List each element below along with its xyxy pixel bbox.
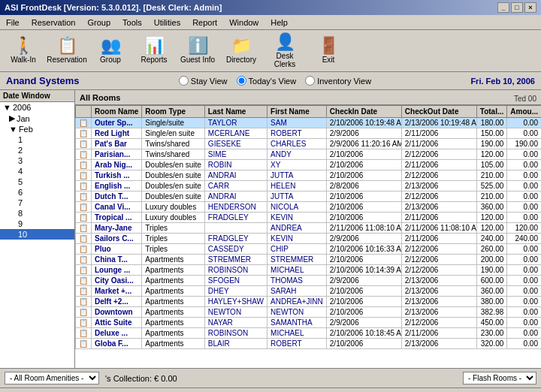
table-row[interactable]: 📋Lounge ...ApartmentsROBINSONMICHAEL2/10… (76, 265, 542, 276)
cell-total: 190.00 (476, 265, 506, 276)
day9-label: 9 (18, 219, 23, 228)
cell-amount: 0.00 (507, 118, 541, 128)
cell-checkout: 2/13/2006 (401, 339, 476, 349)
app-company-title: Anand Systems (6, 75, 80, 86)
table-row[interactable]: 📋China T...ApartmentsSTREMMERSTREMMER2/1… (76, 255, 542, 265)
today-view-option[interactable]: Today's View (237, 76, 297, 86)
exit-button[interactable]: 🚪 Exit (308, 33, 349, 69)
guestinfo-button[interactable]: ℹ️ Guest Info (177, 33, 218, 69)
menu-file[interactable]: File (3, 17, 23, 28)
cell-total: 210.00 (476, 170, 506, 181)
cell-checkout: 2/12/2006 (401, 255, 476, 265)
table-row[interactable]: 📋Delft +2...ApartmentsHAYLEY+SHAWANDREA+… (76, 297, 542, 307)
menu-bar: File Reservation Group Tools Utilities R… (0, 15, 541, 30)
col-header-firstname[interactable]: First Name (267, 106, 327, 118)
row-icon-cell: 📋 (76, 181, 92, 191)
tree-day-7[interactable]: 7 (0, 198, 74, 208)
tree-day-10[interactable]: 10 (0, 229, 74, 240)
stay-view-radio[interactable] (179, 76, 189, 86)
col-header-amount[interactable]: Amou... (507, 106, 541, 118)
tree-day-1[interactable]: 1 (0, 134, 74, 145)
cell-checkin: 2/10/2006 (326, 255, 401, 265)
day4-label: 4 (18, 167, 23, 176)
stay-view-option[interactable]: Stay View (179, 76, 228, 86)
table-row[interactable]: 📋PluoTriplesCASSEDYCHIP2/10/2006 10:16:3… (76, 244, 542, 255)
minimize-button[interactable]: _ (497, 2, 509, 13)
menu-group[interactable]: Group (84, 17, 113, 28)
menu-report[interactable]: Report (189, 17, 220, 28)
col-header-total[interactable]: Total... (476, 106, 506, 118)
cell-room: Canal Vi... (92, 202, 142, 213)
table-row[interactable]: 📋Outer Sp...Single/suiteTAYLORSAM2/10/20… (76, 118, 542, 128)
menu-window[interactable]: Window (226, 17, 261, 28)
cell-room: Turkish ... (92, 170, 142, 181)
cell-firstname: NICOLA (267, 202, 327, 213)
col-header-roomname[interactable]: Room Name (92, 106, 142, 118)
col-header-roomtype[interactable]: Room Type (142, 106, 205, 118)
col-header-checkout[interactable]: CheckOut Date (401, 106, 476, 118)
inventory-view-option[interactable]: Inventory View (305, 76, 371, 86)
maximize-button[interactable]: □ (511, 2, 523, 13)
tree-month-jan[interactable]: ▶ Jan (0, 113, 74, 124)
reservation-button[interactable]: 📋 Reservation (47, 33, 87, 69)
cell-firstname: STREMMER (267, 255, 327, 265)
tree-day-6[interactable]: 6 (0, 187, 74, 198)
table-row[interactable]: 📋City Oasi...ApartmentsSFOGENTHOMAS2/9/2… (76, 276, 542, 286)
table-row[interactable]: 📋Mary-JaneTriplesANDREA2/11/2006 11:08:1… (76, 223, 542, 234)
close-button[interactable]: × (524, 2, 536, 13)
table-row[interactable]: 📋Parisian...Twins/sharedSIMEANDY2/10/200… (76, 149, 542, 160)
tree-month-feb[interactable]: ▼ Feb (0, 124, 74, 134)
tree-year-2006[interactable]: ▼ 2006 (0, 102, 74, 113)
col-header-checkin[interactable]: CheckIn Date (326, 106, 401, 118)
row-icon: 📋 (79, 245, 88, 253)
row-icon: 📋 (79, 339, 88, 348)
today-view-radio[interactable] (237, 76, 246, 86)
table-row[interactable]: 📋Turkish ...Doubles/en suiteANDRAIJUTTA2… (76, 170, 542, 181)
table-row[interactable]: 📋Globa F...ApartmentsBLAIRROBERT2/10/200… (76, 339, 542, 349)
cell-type: Apartments (142, 297, 205, 307)
directory-button[interactable]: 📁 Directory (221, 33, 261, 69)
deskclerks-button[interactable]: 👤 Desk Clerks (264, 33, 305, 69)
tree-day-8[interactable]: 8 (0, 208, 74, 219)
tree-day-2[interactable]: 2 (0, 145, 74, 155)
menu-reservation[interactable]: Reservation (29, 17, 79, 28)
table-row[interactable]: 📋English ...Doubles/en suiteCARRHELEN2/8… (76, 181, 542, 191)
table-row[interactable]: 📋DowntownApartmentsNEWTONNEWTON2/10/2006… (76, 307, 542, 318)
amenities-select[interactable]: - All Room Amenities - (5, 372, 99, 384)
row-icon-cell: 📋 (76, 128, 92, 139)
walkin-button[interactable]: 🚶 Walk-In (3, 33, 44, 69)
cell-checkout: 2/11/2006 11:08:10 AM (401, 223, 476, 234)
cell-lastname: HENDERSON (204, 202, 267, 213)
cell-total: 230.00 (476, 328, 506, 339)
table-row[interactable]: 📋Arab Nig...Doubles/en suiteROBINXY2/10/… (76, 160, 542, 170)
cell-firstname: ANDREA (267, 223, 327, 234)
table-container[interactable]: Room Name Room Type Last Name First Name… (75, 105, 541, 368)
cell-amount: 190.00 (507, 139, 541, 149)
table-row[interactable]: 📋Deluxe ...ApartmentsROBINSONMICHAEL2/10… (76, 328, 542, 339)
table-row[interactable]: 📋Sailors C...TriplesFRADGLEYKEVIN2/9/200… (76, 234, 542, 244)
inventory-view-radio[interactable] (305, 76, 315, 86)
flash-rooms-select[interactable]: - Flash Rooms - (463, 372, 536, 384)
group-button[interactable]: 👥 Group (90, 33, 131, 69)
col-header-lastname[interactable]: Last Name (204, 106, 267, 118)
tree-day-9[interactable]: 9 (0, 219, 74, 229)
row-icon-cell: 📋 (76, 307, 92, 318)
tree-day-3[interactable]: 3 (0, 155, 74, 166)
cell-amount: 0.00 (507, 328, 541, 339)
table-row[interactable]: 📋Tropical ...Luxury doublesFRADGLEYKEVIN… (76, 213, 542, 223)
col-header-room[interactable] (76, 106, 92, 118)
menu-utilities[interactable]: Utilities (151, 17, 183, 28)
table-row[interactable]: 📋Pat's BarTwins/sharedGIESEKECHARLES2/9/… (76, 139, 542, 149)
table-row[interactable]: 📋Dutch T...Doubles/en suiteANDRAIJUTTA2/… (76, 191, 542, 202)
table-row[interactable]: 📋Market +...ApartmentsDHEYSARAH2/10/2006… (76, 286, 542, 297)
menu-help[interactable]: Help (267, 17, 291, 28)
cell-checkin: 2/11/2006 11:08:10 AM (326, 223, 401, 234)
tree-day-5[interactable]: 5 (0, 176, 74, 187)
menu-tools[interactable]: Tools (119, 17, 145, 28)
window-controls[interactable]: _ □ × (497, 2, 536, 13)
reports-button[interactable]: 📊 Reports (134, 33, 174, 69)
table-row[interactable]: 📋Red LightSingle/en suiteMCERLANEROBERT2… (76, 128, 542, 139)
tree-day-4[interactable]: 4 (0, 166, 74, 176)
table-row[interactable]: 📋Canal Vi...Luxury doublesHENDERSONNICOL… (76, 202, 542, 213)
table-row[interactable]: 📋Attic SuiteApartmentsNAYARSAMANTHA2/9/2… (76, 318, 542, 328)
